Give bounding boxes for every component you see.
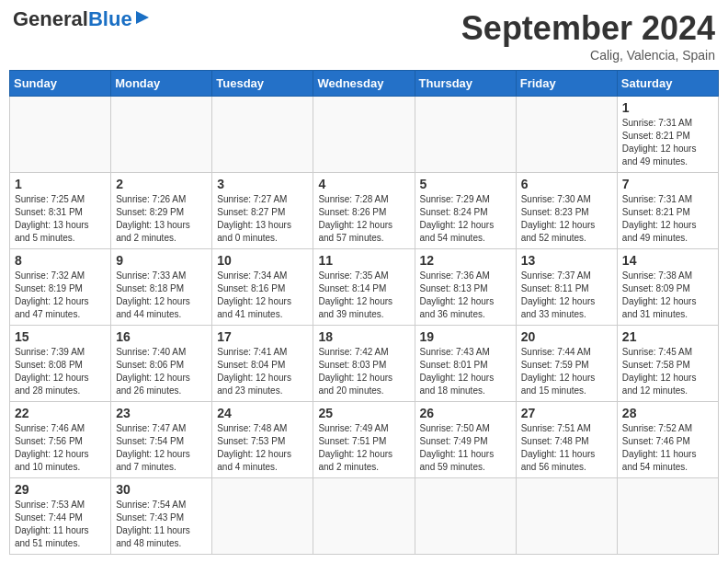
header-cell-friday: Friday [516, 71, 617, 97]
day-info: Sunrise: 7:29 AMSunset: 8:24 PMDaylight:… [420, 193, 511, 245]
calendar-cell: 2Sunrise: 7:26 AMSunset: 8:29 PMDaylight… [111, 173, 212, 249]
day-info: Sunrise: 7:36 AMSunset: 8:13 PMDaylight:… [420, 270, 511, 321]
calendar-cell [516, 478, 617, 555]
calendar-cell: 30Sunrise: 7:54 AMSunset: 7:43 PMDayligh… [111, 478, 212, 555]
day-info: Sunrise: 7:52 AMSunset: 7:46 PMDaylight:… [622, 422, 713, 474]
calendar-cell: 7Sunrise: 7:31 AMSunset: 8:21 PMDaylight… [617, 173, 718, 249]
calendar-body: 1Sunrise: 7:31 AMSunset: 8:21 PMDaylight… [10, 97, 719, 555]
header-cell-monday: Monday [111, 71, 212, 97]
calendar-week-3: 15Sunrise: 7:39 AMSunset: 8:08 PMDayligh… [10, 326, 719, 402]
day-number: 18 [318, 329, 409, 344]
calendar-cell: 24Sunrise: 7:48 AMSunset: 7:53 PMDayligh… [212, 402, 313, 478]
day-info: Sunrise: 7:39 AMSunset: 8:08 PMDaylight:… [15, 346, 106, 397]
day-number: 19 [420, 329, 511, 344]
day-info: Sunrise: 7:35 AMSunset: 8:14 PMDaylight:… [318, 270, 409, 321]
day-number: 1 [622, 100, 713, 115]
header-cell-wednesday: Wednesday [313, 71, 415, 97]
calendar-cell: 23Sunrise: 7:47 AMSunset: 7:54 PMDayligh… [111, 402, 212, 478]
day-info: Sunrise: 7:42 AMSunset: 8:03 PMDaylight:… [318, 346, 409, 397]
day-info: Sunrise: 7:51 AMSunset: 7:48 PMDaylight:… [521, 422, 612, 474]
calendar-cell: 10Sunrise: 7:34 AMSunset: 8:16 PMDayligh… [212, 249, 313, 326]
calendar-cell [313, 478, 415, 555]
calendar-week-2: 8Sunrise: 7:32 AMSunset: 8:19 PMDaylight… [10, 249, 719, 326]
day-info: Sunrise: 7:53 AMSunset: 7:44 PMDaylight:… [15, 499, 106, 550]
header-cell-saturday: Saturday [617, 71, 718, 97]
day-info: Sunrise: 7:44 AMSunset: 7:59 PMDaylight:… [521, 346, 612, 397]
calendar-cell [415, 97, 516, 173]
calendar-cell: 20Sunrise: 7:44 AMSunset: 7:59 PMDayligh… [516, 326, 617, 402]
day-info: Sunrise: 7:47 AMSunset: 7:54 PMDaylight:… [116, 422, 207, 474]
title-area: September 2024 Calig, Valencia, Spain [461, 9, 715, 63]
calendar-week-4: 22Sunrise: 7:46 AMSunset: 7:56 PMDayligh… [10, 402, 719, 478]
day-info: Sunrise: 7:54 AMSunset: 7:43 PMDaylight:… [116, 499, 207, 550]
logo: GeneralBlue [13, 9, 151, 29]
calendar-cell [617, 478, 718, 555]
day-info: Sunrise: 7:27 AMSunset: 8:27 PMDaylight:… [217, 193, 308, 245]
calendar-cell: 22Sunrise: 7:46 AMSunset: 7:56 PMDayligh… [10, 402, 111, 478]
calendar-cell: 29Sunrise: 7:53 AMSunset: 7:44 PMDayligh… [10, 478, 111, 555]
day-number: 3 [217, 177, 308, 191]
calendar-cell: 4Sunrise: 7:28 AMSunset: 8:26 PMDaylight… [313, 173, 415, 249]
calendar-cell: 15Sunrise: 7:39 AMSunset: 8:08 PMDayligh… [10, 326, 111, 402]
day-info: Sunrise: 7:30 AMSunset: 8:23 PMDaylight:… [521, 193, 612, 245]
calendar-week-1: 1Sunrise: 7:25 AMSunset: 8:31 PMDaylight… [10, 173, 719, 249]
calendar-header: SundayMondayTuesdayWednesdayThursdayFrid… [10, 71, 719, 97]
header-cell-tuesday: Tuesday [212, 71, 313, 97]
header-cell-thursday: Thursday [415, 71, 516, 97]
day-info: Sunrise: 7:25 AMSunset: 8:31 PMDaylight:… [15, 193, 106, 245]
calendar-cell [212, 478, 313, 555]
calendar-cell: 14Sunrise: 7:38 AMSunset: 8:09 PMDayligh… [617, 249, 718, 326]
calendar-cell [212, 97, 313, 173]
location-label: Calig, Valencia, Spain [461, 48, 715, 63]
day-number: 11 [318, 253, 409, 268]
logo-blue-text: Blue [88, 9, 132, 29]
calendar-cell: 12Sunrise: 7:36 AMSunset: 8:13 PMDayligh… [415, 249, 516, 326]
day-number: 12 [420, 253, 511, 268]
day-number: 2 [116, 177, 207, 191]
day-number: 27 [521, 406, 612, 420]
calendar-week-5: 29Sunrise: 7:53 AMSunset: 7:44 PMDayligh… [10, 478, 719, 555]
day-number: 4 [318, 177, 409, 191]
day-number: 14 [622, 253, 713, 268]
day-number: 28 [622, 406, 713, 420]
calendar-cell: 26Sunrise: 7:50 AMSunset: 7:49 PMDayligh… [415, 402, 516, 478]
calendar-cell: 21Sunrise: 7:45 AMSunset: 7:58 PMDayligh… [617, 326, 718, 402]
header-cell-sunday: Sunday [10, 71, 111, 97]
day-number: 23 [116, 406, 207, 420]
day-number: 17 [217, 329, 308, 344]
calendar-cell: 28Sunrise: 7:52 AMSunset: 7:46 PMDayligh… [617, 402, 718, 478]
logo-arrow-icon [134, 9, 151, 26]
day-number: 13 [521, 253, 612, 268]
day-number: 6 [521, 177, 612, 191]
calendar-cell: 17Sunrise: 7:41 AMSunset: 8:04 PMDayligh… [212, 326, 313, 402]
month-title: September 2024 [461, 9, 715, 48]
calendar-cell: 16Sunrise: 7:40 AMSunset: 8:06 PMDayligh… [111, 326, 212, 402]
svg-marker-0 [136, 11, 149, 24]
calendar-cell: 3Sunrise: 7:27 AMSunset: 8:27 PMDaylight… [212, 173, 313, 249]
day-number: 16 [116, 329, 207, 344]
day-info: Sunrise: 7:32 AMSunset: 8:19 PMDaylight:… [15, 270, 106, 321]
calendar-week-0: 1Sunrise: 7:31 AMSunset: 8:21 PMDaylight… [10, 97, 719, 173]
day-number: 9 [116, 253, 207, 268]
calendar-cell: 27Sunrise: 7:51 AMSunset: 7:48 PMDayligh… [516, 402, 617, 478]
day-number: 8 [15, 253, 106, 268]
calendar-cell: 1Sunrise: 7:31 AMSunset: 8:21 PMDaylight… [617, 97, 718, 173]
day-number: 20 [521, 329, 612, 344]
calendar-cell: 9Sunrise: 7:33 AMSunset: 8:18 PMDaylight… [111, 249, 212, 326]
day-info: Sunrise: 7:38 AMSunset: 8:09 PMDaylight:… [622, 270, 713, 321]
day-number: 29 [15, 482, 106, 497]
day-info: Sunrise: 7:26 AMSunset: 8:29 PMDaylight:… [116, 193, 207, 245]
day-info: Sunrise: 7:46 AMSunset: 7:56 PMDaylight:… [15, 422, 106, 474]
day-info: Sunrise: 7:40 AMSunset: 8:06 PMDaylight:… [116, 346, 207, 397]
day-info: Sunrise: 7:31 AMSunset: 8:21 PMDaylight:… [622, 193, 713, 245]
day-number: 21 [622, 329, 713, 344]
day-number: 30 [116, 482, 207, 497]
day-info: Sunrise: 7:31 AMSunset: 8:21 PMDaylight:… [622, 117, 713, 168]
calendar-cell: 11Sunrise: 7:35 AMSunset: 8:14 PMDayligh… [313, 249, 415, 326]
day-number: 22 [15, 406, 106, 420]
calendar-cell [10, 97, 111, 173]
calendar-cell [111, 97, 212, 173]
calendar-cell: 1Sunrise: 7:25 AMSunset: 8:31 PMDaylight… [10, 173, 111, 249]
day-info: Sunrise: 7:49 AMSunset: 7:51 PMDaylight:… [318, 422, 409, 474]
header-row: SundayMondayTuesdayWednesdayThursdayFrid… [10, 71, 719, 97]
